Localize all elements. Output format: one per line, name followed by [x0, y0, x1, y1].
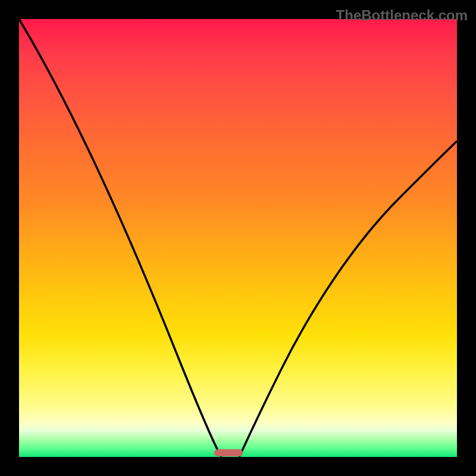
- bottleneck-marker: [214, 449, 243, 456]
- watermark-text: TheBottleneck.com: [336, 7, 468, 24]
- right-curve: [239, 141, 457, 457]
- left-curve: [19, 19, 221, 457]
- chart-container: [19, 19, 457, 457]
- curve-plot: [19, 19, 457, 457]
